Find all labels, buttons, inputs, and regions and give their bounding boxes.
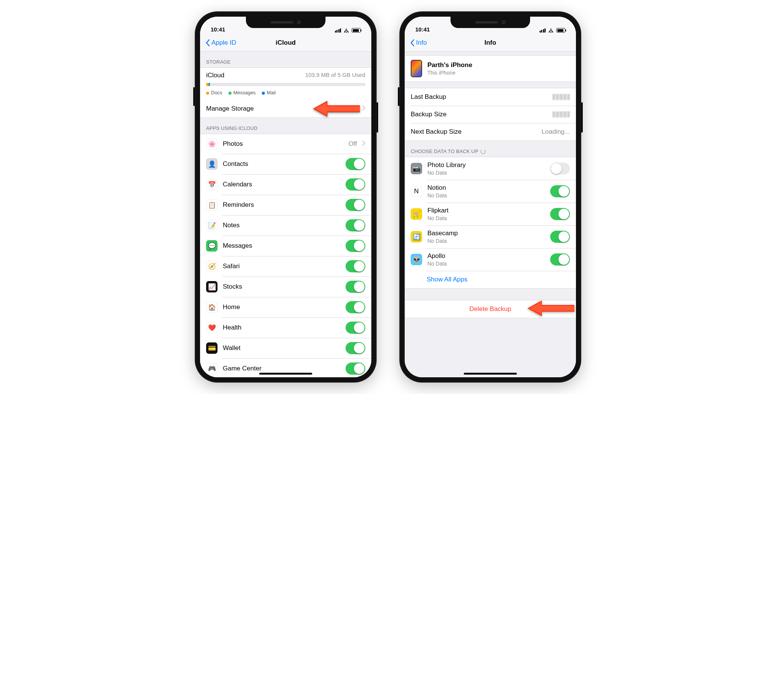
annotation-arrow [525,298,574,318]
chevron-left-icon [410,39,414,47]
app-icon: 💬 [206,240,217,252]
content-left[interactable]: STORAGE iCloud 103.9 MB of 5 GB Used Doc… [200,52,371,377]
app-icon: 📷 [411,163,422,174]
app-row-notes[interactable]: 📝Notes [200,215,371,236]
back-button[interactable]: Apple ID [205,34,236,51]
content-right[interactable]: Parth's iPhone This iPhone Last BackupBa… [405,52,576,377]
app-icon: 💳 [206,342,217,354]
info-row-next-backup-size: Next Backup SizeLoading... [405,123,576,140]
device-name: Parth's iPhone [427,62,570,69]
device-group: Parth's iPhone This iPhone [405,55,576,82]
section-header-apps: APPS USING ICLOUD [200,118,371,134]
app-row-contacts[interactable]: 👤Contacts [200,154,371,174]
app-row-home[interactable]: 🏠Home [200,297,371,317]
toggle[interactable] [550,208,570,220]
info-row-last-backup: Last Backup [405,88,576,106]
toggle[interactable] [345,219,365,232]
app-row-messages[interactable]: 💬Messages [200,236,371,256]
notch [246,17,325,28]
app-icon: 📝 [206,220,217,231]
app-row-wallet[interactable]: 💳Wallet [200,338,371,358]
backup-app-row-apollo[interactable]: 👽ApolloNo Data [405,248,576,271]
app-label: Flipkart [427,207,545,214]
app-sub: No Data [427,192,545,198]
app-row-safari[interactable]: 🧭Safari [200,256,371,277]
home-indicator[interactable] [464,373,517,375]
toggle[interactable] [345,199,365,211]
delete-group: Delete Backup [405,300,576,318]
toggle[interactable] [550,253,570,265]
backup-app-row-flipkart[interactable]: 🛒FlipkartNo Data [405,203,576,225]
delete-backup-button[interactable]: Delete Backup [405,300,576,318]
toggle[interactable] [345,260,365,272]
redacted-value [552,94,570,100]
info-label: Last Backup [411,93,547,101]
back-label: Info [416,39,427,47]
status-right [539,28,566,33]
legend-item: Messages [229,90,256,95]
screen-left: 10:41 Apple ID iCloud STORAGE iCloud 103… [200,17,371,377]
app-label: Basecamp [427,230,545,237]
backup-app-row-photo-library[interactable]: 📷Photo LibraryNo Data [405,157,576,180]
app-label: Stocks [223,283,340,290]
app-icon: 📅 [206,179,217,190]
chevron-right-icon [362,140,365,147]
info-row-backup-size: Backup Size [405,106,576,123]
back-button[interactable]: Info [410,34,427,51]
info-detail: Loading... [541,128,570,136]
app-sub: No Data [427,238,545,244]
backup-app-row-basecamp[interactable]: 🔄BasecampNo Data [405,225,576,248]
notch [451,17,530,28]
home-indicator[interactable] [259,373,312,375]
redacted-value [552,112,570,117]
app-row-calendars[interactable]: 📅Calendars [200,174,371,195]
show-all-apps-button[interactable]: Show All Apps [405,271,576,288]
app-icon: ❤️ [206,322,217,333]
app-icon: 📈 [206,281,217,292]
app-icon: 🏠 [206,302,217,313]
toggle[interactable] [550,185,570,197]
app-label: Photo Library [427,162,545,169]
backup-app-row-notion[interactable]: NNotionNo Data [405,180,576,203]
device-row: Parth's iPhone This iPhone [405,56,576,82]
toggle[interactable] [345,281,365,293]
toggle[interactable] [345,322,365,334]
toggle[interactable] [345,158,365,170]
app-label: Wallet [223,344,340,352]
app-row-health[interactable]: ❤️Health [200,317,371,338]
backup-apps-group: 📷Photo LibraryNo DataNNotionNo Data🛒Flip… [405,157,576,288]
toggle[interactable] [345,301,365,313]
app-label: Messages [223,242,340,250]
storage-summary: iCloud 103.9 MB of 5 GB Used DocsMessage… [200,68,371,100]
app-icon: 📋 [206,199,217,211]
toggle[interactable] [345,178,365,190]
toggle[interactable] [550,162,570,175]
manage-storage-row[interactable]: Manage Storage [200,100,371,117]
wifi-icon [343,28,349,33]
app-row-photos[interactable]: 🌸PhotosOff [200,134,371,154]
app-icon: 👽 [411,254,422,265]
app-label: Notion [427,184,545,192]
chevron-right-icon [362,105,365,112]
storage-legend: DocsMessagesMail [206,90,365,95]
app-icon: 🛒 [411,208,422,220]
annotation-arrow [311,98,360,119]
toggle[interactable] [345,240,365,252]
chevron-left-icon [205,39,210,47]
app-sub: No Data [427,215,545,221]
page-title: iCloud [276,39,296,47]
app-icon: 🌸 [206,138,217,150]
app-label: Photos [223,140,343,148]
app-label: Contacts [223,160,340,168]
toggle[interactable] [345,342,365,354]
battery-icon [352,28,361,33]
app-label: Health [223,324,340,332]
toggle[interactable] [345,362,365,375]
app-label: Home [223,303,340,311]
app-icon: 🎮 [206,363,217,374]
app-icon: N [411,186,422,197]
app-row-stocks[interactable]: 📈Stocks [200,277,371,297]
storage-group: iCloud 103.9 MB of 5 GB Used DocsMessage… [200,67,371,118]
toggle[interactable] [550,231,570,243]
app-row-reminders[interactable]: 📋Reminders [200,195,371,215]
